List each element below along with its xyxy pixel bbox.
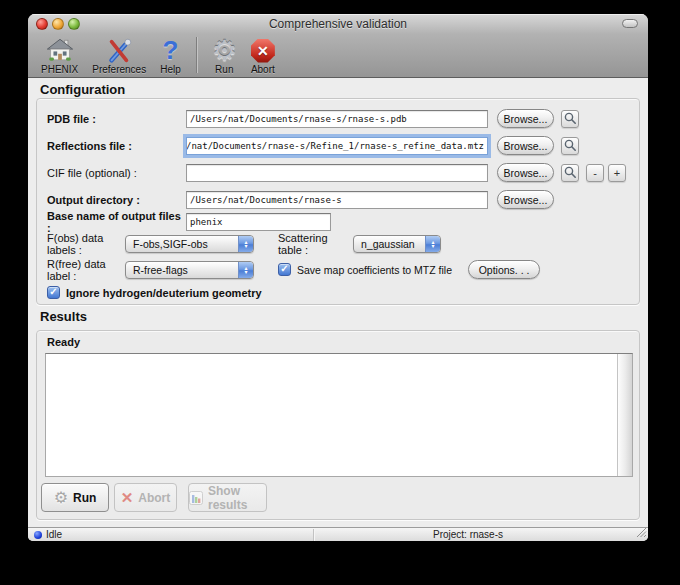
- show-results-button[interactable]: Show results: [188, 483, 267, 512]
- base-name-input[interactable]: phenix: [186, 213, 331, 231]
- close-button[interactable]: [36, 18, 48, 30]
- abort-button[interactable]: ✕ Abort: [114, 483, 177, 512]
- results-header: Results: [40, 309, 87, 324]
- fobs-labels-label: F(obs) data labels :: [47, 232, 125, 256]
- minimize-button[interactable]: [52, 18, 64, 30]
- status-bar: Idle Project: rnase-s: [28, 527, 648, 541]
- status-state-text: Idle: [46, 529, 62, 541]
- reflections-view-button[interactable]: [561, 137, 579, 155]
- configuration-groupbox: PDB file : /Users/nat/Documents/rnase-s/…: [36, 98, 640, 305]
- cif-file-label: CIF file (optional) :: [47, 167, 186, 179]
- pdb-file-label: PDB file :: [47, 113, 186, 125]
- toolbar-item-preferences[interactable]: Preferences: [85, 34, 153, 75]
- run-button[interactable]: ⚙ Run: [41, 483, 109, 512]
- toolbar-item-abort[interactable]: ✕ Abort: [244, 34, 282, 75]
- popup-stepper-icon: ▴▾: [425, 236, 440, 252]
- status-project-text: Project: rnase-s: [314, 529, 622, 541]
- phenix-home-icon: [46, 36, 74, 65]
- bar-chart-icon: [189, 491, 203, 505]
- scattering-table-label: Scattering table :: [278, 232, 346, 256]
- popup-stepper-icon: ▴▾: [238, 236, 253, 252]
- toolbar-label-help: Help: [160, 64, 181, 75]
- output-directory-label: Output directory :: [47, 194, 186, 206]
- popup-stepper-icon: ▴▾: [238, 262, 253, 278]
- toolbar-item-phenix[interactable]: PHENIX: [34, 34, 85, 75]
- pdb-browse-button[interactable]: Browse...: [497, 109, 554, 128]
- toolbar-label-abort: Abort: [251, 64, 275, 75]
- results-status-text: Ready: [47, 336, 80, 348]
- toolbar-label-run: Run: [215, 64, 233, 75]
- status-led-icon: [34, 531, 42, 539]
- toolbar-label-preferences: Preferences: [92, 64, 146, 75]
- magnifier-icon: [564, 166, 577, 179]
- options-button[interactable]: Options. . .: [468, 260, 540, 279]
- run-gear-icon: ⚙: [212, 36, 237, 65]
- toolbar: PHENIX Preferences ? Help ⚙ Run: [28, 34, 648, 78]
- save-map-checkbox[interactable]: ✓: [278, 263, 291, 276]
- help-question-icon: ?: [163, 36, 179, 65]
- cif-file-input[interactable]: [186, 164, 488, 182]
- output-browse-button[interactable]: Browse...: [497, 190, 554, 209]
- toolbar-separator: [196, 37, 197, 73]
- reflections-file-input[interactable]: /nat/Documents/rnase-s/Refine_1/rnase-s_…: [186, 137, 488, 155]
- rfree-label: R(free) data label :: [47, 258, 125, 282]
- results-groupbox: Ready ⚙ Run ✕ Abort: [36, 330, 640, 520]
- magnifier-icon: [564, 112, 577, 125]
- run-gear-icon: ⚙: [54, 488, 68, 507]
- pdb-view-button[interactable]: [561, 110, 579, 128]
- abort-stop-icon: ✕: [251, 36, 275, 65]
- resize-grip[interactable]: [636, 527, 647, 540]
- results-log-area[interactable]: [45, 353, 633, 477]
- reflections-file-label: Reflections file :: [47, 140, 186, 152]
- zoom-button[interactable]: [68, 18, 80, 30]
- preferences-tools-icon: [106, 36, 132, 65]
- toolbar-item-help[interactable]: ? Help: [153, 34, 188, 75]
- reflections-browse-button[interactable]: Browse...: [497, 136, 554, 155]
- toolbar-item-run[interactable]: ⚙ Run: [205, 34, 244, 75]
- toolbar-label-phenix: PHENIX: [41, 64, 78, 75]
- save-map-label: Save map coefficients to MTZ file: [297, 264, 452, 276]
- window-title: Comprehensive validation: [28, 17, 648, 31]
- output-directory-input[interactable]: /Users/nat/Documents/rnase-s: [186, 191, 488, 209]
- configuration-header: Configuration: [40, 82, 125, 97]
- ignore-hydrogen-label: Ignore hydrogen/deuterium geometry: [66, 287, 262, 299]
- cif-browse-button[interactable]: Browse...: [497, 163, 554, 182]
- cif-remove-button[interactable]: -: [586, 164, 604, 182]
- app-window: Comprehensive validation PHENIX: [28, 14, 648, 541]
- base-name-label: Base name of output files :: [47, 210, 186, 234]
- magnifier-icon: [564, 139, 577, 152]
- toolbar-toggle-lozenge[interactable]: [622, 19, 638, 28]
- scattering-table-popup[interactable]: n_gaussian ▴▾: [353, 235, 441, 253]
- ignore-hydrogen-checkbox[interactable]: ✓: [47, 286, 60, 299]
- cif-view-button[interactable]: [561, 164, 579, 182]
- content-area: Configuration PDB file : /Users/nat/Docu…: [28, 78, 648, 527]
- pdb-file-input[interactable]: /Users/nat/Documents/rnase-s/rnase-s.pdb: [186, 110, 488, 128]
- cif-add-button[interactable]: +: [608, 164, 626, 182]
- rfree-popup[interactable]: R-free-flags ▴▾: [125, 261, 254, 279]
- log-scrollbar[interactable]: [617, 354, 632, 476]
- abort-x-icon: ✕: [121, 489, 134, 507]
- fobs-labels-popup[interactable]: F-obs,SIGF-obs ▴▾: [125, 235, 254, 253]
- title-bar[interactable]: Comprehensive validation: [28, 14, 648, 34]
